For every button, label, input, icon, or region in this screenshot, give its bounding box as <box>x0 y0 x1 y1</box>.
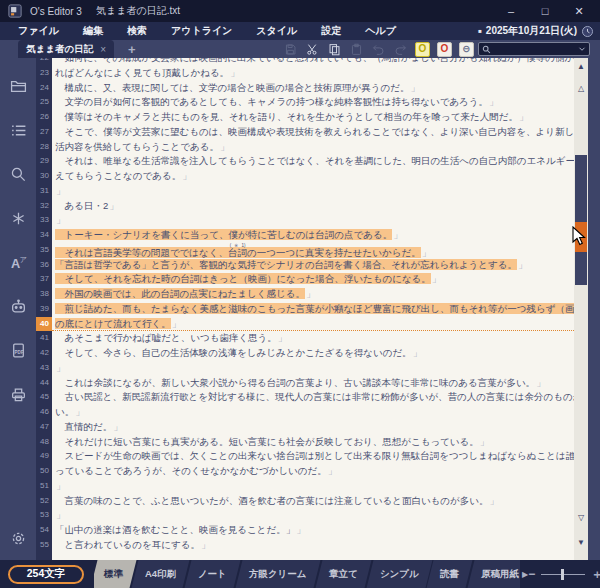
line-text[interactable]: 「言語は哲学である」と言うが、客観的な気持でシナリオの台詞を書く場合、それが忘れ… <box>52 258 574 273</box>
line-text[interactable]: 煎じ詰めた、而も、たまらなく美感と滋味のこもった言葉が小癪なほど豊富に飛び出し、… <box>52 302 574 317</box>
menu-item-スタイル[interactable]: スタイル <box>244 24 309 38</box>
save-icon[interactable] <box>283 42 298 57</box>
mouse-cursor <box>572 226 586 246</box>
scroll-jump-down-icon[interactable]: ▽ <box>574 513 588 522</box>
tab-close-icon[interactable]: × <box>100 44 106 55</box>
copy-icon[interactable] <box>327 42 342 57</box>
print-icon[interactable] <box>8 384 28 404</box>
line-text[interactable]: 活内容を供給してもらうことである。」 <box>52 140 574 155</box>
zoom-out-button[interactable]: − <box>528 567 535 581</box>
line-text[interactable]: それだけに短い言葉にも真実がある。短い言葉にも社会が反映しており、思想がこもって… <box>52 435 574 450</box>
outline-list-icon[interactable] <box>8 120 28 140</box>
marker-yellow-button[interactable]: O <box>415 42 430 57</box>
redo-icon[interactable] <box>393 42 408 57</box>
line-text[interactable]: ある日・2」 <box>52 199 574 214</box>
search-input[interactable] <box>491 44 578 54</box>
window-frame-right <box>588 58 600 560</box>
new-tab-button[interactable]: + <box>128 42 136 57</box>
line-text[interactable]: 古い民謡と、新民謡新流行歌とを対比する様に、現代人の言葉には非常に粉飾が多いが、… <box>52 390 574 405</box>
view-tab-章立て[interactable]: 章立て <box>315 560 371 588</box>
scrollbar-thumb[interactable] <box>575 155 587 285</box>
search-icon[interactable] <box>8 164 28 184</box>
menu-item-アウトライン[interactable]: アウトライン <box>159 24 244 38</box>
cut-icon[interactable] <box>305 42 320 57</box>
line-text[interactable]: 」 <box>52 508 574 523</box>
view-tab-シンプル[interactable]: シンプル <box>366 560 432 588</box>
line-text[interactable]: 文学の目が如何に客観的であるとしても、キャメラの持つ様な純粋客観性は持ち得ないで… <box>52 95 574 110</box>
line-text[interactable]: そこで、僕等が文芸家に望むものは、映画構成や表現技術を教えられることではなく、よ… <box>52 125 574 140</box>
minimize-button[interactable]: – <box>494 5 528 17</box>
marker-off-button[interactable]: ⊖ <box>459 42 474 57</box>
line-text[interactable]: トーキー・シナリオを書くに当って、僕が特に苦しむのは台詞の点である。」 <box>52 228 574 243</box>
editor-line: 55 と言われているのを耳にする。」 <box>36 538 574 553</box>
line-number: 33 <box>36 213 52 228</box>
view-tab-標準[interactable]: 標準 <box>94 560 136 588</box>
line-text[interactable]: 直情的だ。」 <box>52 420 574 435</box>
document-tab[interactable]: 気まま者の日記 × <box>18 40 114 58</box>
line-text[interactable]: と言われているのを耳にする。」 <box>52 538 574 553</box>
line-text[interactable]: 如何に、その構成が文芸家には映画的に出来ていると思われていても、（烏滸がましい言… <box>52 58 574 66</box>
robot-icon[interactable] <box>8 296 28 316</box>
asterisk-icon[interactable] <box>8 208 28 228</box>
line-text[interactable]: い。」 <box>52 405 574 420</box>
line-text[interactable]: 外国の映画では、此の台詞の点実にねたましく感じる。」 <box>52 287 574 302</box>
menu-item-検索[interactable]: 検索 <box>115 24 159 38</box>
vertical-scrollbar[interactable]: ▲ △ ▽ ▼ <box>574 58 588 560</box>
line-text[interactable]: っていることであろうが、そのくせなかなかむづかしいのだ。」 <box>52 464 574 479</box>
scroll-jump-up-icon[interactable]: △ <box>574 84 588 93</box>
line-number: 50 <box>36 464 52 479</box>
view-tab-読書[interactable]: 読書 <box>427 560 473 588</box>
settings-gear-icon[interactable] <box>8 528 28 548</box>
chevron-down-icon[interactable] <box>578 45 586 53</box>
line-text[interactable]: 言葉の味のことで、ふと思いついたが、酒を飲む者の言葉には注意していると面白いもの… <box>52 494 574 509</box>
view-tab-原稿用紙[interactable]: 原稿用紙 <box>468 560 520 588</box>
menu-item-ファイル[interactable]: ファイル <box>6 24 71 38</box>
editor-line: 31」 <box>36 184 574 199</box>
line-text[interactable]: の底にとけて流れて行く。」 <box>52 317 574 332</box>
undo-icon[interactable] <box>371 42 386 57</box>
menu-item-設定[interactable]: 設定 <box>309 24 353 38</box>
marker-red-button[interactable]: O <box>437 42 452 57</box>
line-text[interactable]: そして、それを忘れた時の台詞はきっと（映画）になった場合、浮いたものになる。」 <box>52 272 574 287</box>
zoom-slider[interactable] <box>541 574 585 575</box>
zoom-slider-handle[interactable] <box>561 569 564 580</box>
line-text[interactable]: そして、今さら、自己の生活体験の浅薄をしみじみとかこたざるを得ないのだ。」 <box>52 346 574 361</box>
line-text[interactable]: それは、唯単なる生活常識を注入してもらうことではなく、それを基調にした、明日の生… <box>52 154 574 169</box>
close-button[interactable]: ✕ <box>562 5 596 18</box>
scroll-up-icon[interactable]: ▲ <box>574 62 588 71</box>
line-text[interactable]: 僕等はそのキャメラと共にものを見、それを語り、それを生かそうとして相当の年を喰っ… <box>52 110 574 125</box>
paste-icon[interactable] <box>349 42 364 57</box>
line-text[interactable]: 」 <box>52 479 574 494</box>
view-tab-方眼クリーム[interactable]: 方眼クリーム <box>236 560 321 588</box>
line-text[interactable]: 」 <box>52 213 574 228</box>
scroll-down-icon[interactable]: ▼ <box>574 538 588 547</box>
font-style-icon[interactable]: Aア <box>8 252 28 272</box>
menu-item-ヘルプ[interactable]: ヘルプ <box>353 24 408 38</box>
maximize-button[interactable]: □ <box>528 5 562 17</box>
line-number: 54 <box>36 523 52 538</box>
editor-line: 38 外国の映画では、此の台詞の点実にねたましく感じる。」 <box>36 287 574 302</box>
line-text[interactable]: 」 <box>52 184 574 199</box>
line-text[interactable]: あそこまで行かねば嘘だと、いつも歯痒く思う。」 <box>52 331 574 346</box>
char-count-badge[interactable]: 254文字 <box>8 565 84 584</box>
line-text[interactable]: 「山中の道楽は酒を飲むことと、映画を見ることだ。」」 <box>52 523 574 538</box>
line-text[interactable]: これは余談になるが、新しい大衆小説から得る台詞の言葉より、古い講談本等に非常に味… <box>52 376 574 391</box>
line-text[interactable]: ればどんなによく見ても頂戴しかねる。」 <box>52 66 574 81</box>
editor-line: 45 古い民謡と、新民謡新流行歌とを対比する様に、現代人の言葉には非常に粉飾が多… <box>36 390 574 405</box>
pdf-export-icon[interactable]: PDF <box>8 340 28 360</box>
editor-area[interactable]: 22 如何に、その構成が文芸家には映画的に出来ていると思われていても、（烏滸がま… <box>36 58 574 560</box>
editor-line: 44 これは余談になるが、新しい大衆小説から得る台詞の言葉より、古い講談本等に非… <box>36 376 574 391</box>
line-text[interactable]: スピードが生命の映画では、欠くことの出来ない捨台詞は別として出来る限り無駄台詞を… <box>52 449 574 464</box>
line-text[interactable]: それは言語美学等の問題でではなく、台詞(※1)の一つ一つに真実を持たせたいからだ… <box>52 243 574 258</box>
line-text[interactable]: えてもらうことなのである。」 <box>52 169 574 184</box>
zoom-in-button[interactable]: ＋ <box>591 566 600 583</box>
view-tab-A4印刷[interactable]: A4印刷 <box>132 560 190 588</box>
line-text[interactable]: 構成に、又、表現に関しては、文学の場合と映画の場合と技術原理が異うのだ。」 <box>52 81 574 96</box>
view-tab-ノート[interactable]: ノート <box>185 560 241 588</box>
document-tab-label: 気まま者の日記 <box>26 43 93 56</box>
search-box[interactable] <box>478 42 590 56</box>
line-text[interactable]: 」 <box>52 361 574 376</box>
menu-item-編集[interactable]: 編集 <box>71 24 115 38</box>
folder-open-icon[interactable] <box>8 76 28 96</box>
line-number: 42 <box>36 346 52 361</box>
